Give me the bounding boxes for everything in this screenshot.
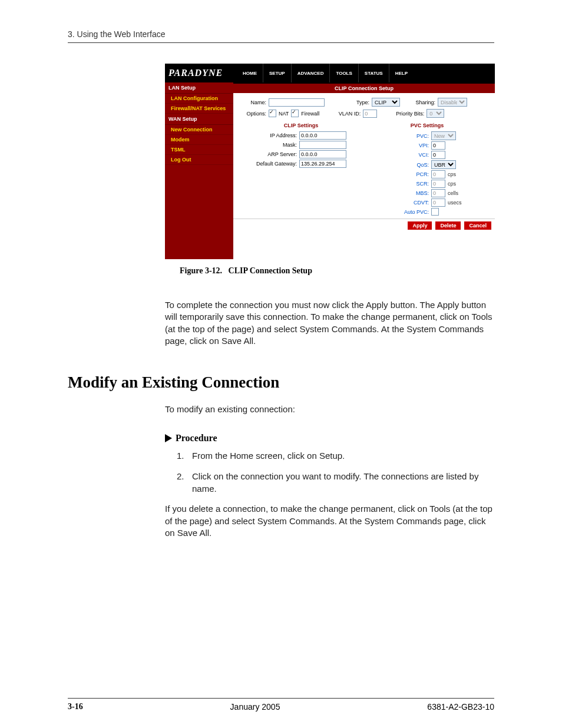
pcr-unit: cps xyxy=(445,171,456,177)
sharing-label: Sharing: xyxy=(402,100,435,105)
scr-input[interactable] xyxy=(431,180,445,188)
gw-input[interactable] xyxy=(299,160,346,168)
cdvt-unit: usecs xyxy=(445,200,462,206)
autopvc-checkbox[interactable] xyxy=(431,208,439,216)
pvc-select[interactable]: New xyxy=(431,131,456,140)
type-select[interactable]: CLIP xyxy=(372,98,400,107)
sidebar-new-connection[interactable]: New Connection xyxy=(165,125,233,135)
nav-tools[interactable]: TOOLS xyxy=(330,64,358,82)
autopvc-label: Auto PVC: xyxy=(364,209,431,215)
qos-select[interactable]: UBR xyxy=(431,160,456,169)
procedure-list: 1.From the Home screen, click on Setup. … xyxy=(177,449,494,495)
scr-label: SCR: xyxy=(364,181,431,187)
mask-input[interactable] xyxy=(299,141,346,149)
mbs-label: MBS: xyxy=(364,190,431,196)
sidebar-wan-setup: WAN Setup xyxy=(165,114,233,125)
nav-help[interactable]: HELP xyxy=(389,64,414,82)
paragraph-1: To complete the connection you must now … xyxy=(165,299,494,347)
nat-label: NAT xyxy=(279,111,289,117)
clip-settings-title: CLIP Settings xyxy=(238,120,364,131)
vlan-id-input[interactable] xyxy=(363,110,377,118)
pvc-settings-title: PVC Settings xyxy=(364,120,490,131)
sidebar-modem[interactable]: Modem xyxy=(165,135,233,145)
nav-setup[interactable]: SETUP xyxy=(263,64,292,82)
name-input[interactable] xyxy=(269,98,325,107)
page-footer: 3-16 January 2005 6381-A2-GB23-10 xyxy=(68,698,494,712)
top-nav: HOME SETUP ADVANCED TOOLS STATUS HELP xyxy=(237,64,414,82)
sidebar-firewall[interactable]: Firewall/NAT Services xyxy=(165,104,233,114)
section-title: Modify an Existing Connection xyxy=(68,373,562,392)
list-item: 1.From the Home screen, click on Setup. xyxy=(177,449,494,462)
vpi-input[interactable] xyxy=(431,141,445,150)
mbs-input[interactable] xyxy=(431,189,445,197)
paragraph-3: If you delete a connection, to make the … xyxy=(165,503,494,539)
sidebar: LAN Setup LAN Configuration Firewall/NAT… xyxy=(165,82,233,259)
nav-status[interactable]: STATUS xyxy=(359,64,389,82)
paragraph-2: To modify an existing connection: xyxy=(165,403,494,415)
nat-checkbox[interactable] xyxy=(269,110,276,117)
priority-label: Priority Bits: xyxy=(379,111,424,117)
vpi-label: VPI: xyxy=(364,143,431,148)
sidebar-logout[interactable]: Log Out xyxy=(165,155,233,165)
footer-date: January 2005 xyxy=(230,702,280,712)
ip-input[interactable] xyxy=(299,131,346,140)
vci-label: VCI: xyxy=(364,152,431,158)
firewall-checkbox[interactable] xyxy=(291,110,299,117)
pvc-label: PVC: xyxy=(364,133,431,139)
cdvt-input[interactable] xyxy=(431,198,445,207)
apply-button[interactable]: Apply xyxy=(408,221,432,230)
list-item: 2.Click on the connection you want to mo… xyxy=(177,470,494,495)
vlan-id-label: VLAN ID: xyxy=(322,111,361,117)
delete-button[interactable]: Delete xyxy=(435,221,461,230)
cdvt-label: CDVT: xyxy=(364,200,431,206)
sidebar-tsml[interactable]: TSML xyxy=(165,145,233,155)
vci-input[interactable] xyxy=(431,151,445,159)
brand-logo: PARADYNE xyxy=(165,64,237,82)
sharing-select[interactable]: Disable xyxy=(438,98,467,107)
pcr-label: PCR: xyxy=(364,171,431,177)
firewall-label: Firewall xyxy=(301,111,319,117)
cancel-button[interactable]: Cancel xyxy=(464,221,491,230)
pcr-input[interactable] xyxy=(431,170,445,178)
ip-label: IP Address: xyxy=(238,133,299,138)
procedure-heading: Procedure xyxy=(165,433,562,444)
scr-unit: cps xyxy=(445,181,456,187)
qos-label: QoS: xyxy=(364,162,431,168)
nav-home[interactable]: HOME xyxy=(237,64,263,82)
gw-label: Default Gateway: xyxy=(238,161,299,167)
options-label: Options: xyxy=(238,111,266,117)
arp-input[interactable] xyxy=(299,150,346,158)
nav-advanced[interactable]: ADVANCED xyxy=(292,64,330,82)
footer-docid: 6381-A2-GB23-10 xyxy=(427,702,494,712)
arp-label: ARP Server: xyxy=(238,151,299,157)
sidebar-lan-config[interactable]: LAN Configuration xyxy=(165,94,233,104)
panel-title: CLIP Connection Setup xyxy=(233,82,495,93)
sidebar-lan-setup: LAN Setup xyxy=(165,82,233,94)
priority-select[interactable]: 0 xyxy=(427,109,444,118)
type-label: Type: xyxy=(327,100,369,105)
mask-label: Mask: xyxy=(238,142,299,148)
page-header: 3. Using the Web Interface xyxy=(68,29,494,43)
router-screenshot: PARADYNE HOME SETUP ADVANCED TOOLS STATU… xyxy=(165,64,495,259)
mbs-unit: cells xyxy=(445,190,458,196)
arrow-icon xyxy=(165,434,172,442)
figure-caption: Figure 3-12. CLIP Connection Setup xyxy=(180,266,562,276)
name-label: Name: xyxy=(238,100,266,105)
footer-page-num: 3-16 xyxy=(68,702,83,712)
